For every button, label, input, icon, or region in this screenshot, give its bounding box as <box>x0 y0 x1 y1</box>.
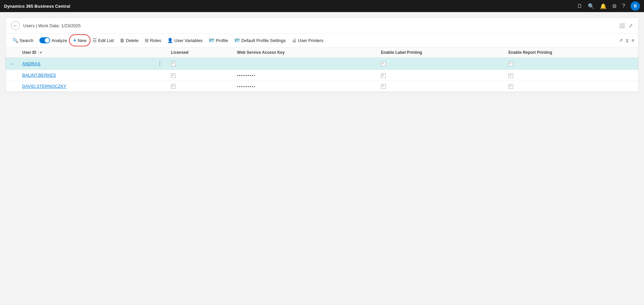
col-menu <box>153 47 167 58</box>
default-profile-icon: 🪪 <box>234 38 240 43</box>
user-printers-button[interactable]: 🖨 User Printers <box>289 36 326 45</box>
filter-icon[interactable]: ⧖ <box>625 38 629 43</box>
topbar: Dynamics 365 Business Central 🗋 🔍 🔔 ⚙ ? … <box>0 0 644 12</box>
row-context-menu[interactable] <box>153 70 167 81</box>
table-row[interactable]: →ANDRAS⋮ <box>6 58 638 70</box>
default-profile-settings-button[interactable]: 🪪 Default Profile Settings <box>231 36 288 45</box>
search-label: Search <box>20 38 33 43</box>
new-button-wrapper: + New <box>70 36 89 45</box>
table-row[interactable]: BALINT.BERKES•••••••••• <box>6 70 638 81</box>
user-id-link[interactable]: ANDRAS <box>22 61 40 66</box>
default-profile-settings-label: Default Profile Settings <box>241 38 286 43</box>
page-container: ← Users | Work Date: 1/23/2025 ⬜ ⤢ 🔍 Sea… <box>0 12 644 305</box>
cell-enable-report-printing <box>504 81 638 92</box>
row-context-menu[interactable] <box>153 81 167 92</box>
card-header: ← Users | Work Date: 1/23/2025 ⬜ ⤢ <box>6 18 638 34</box>
col-licensed: Licensed <box>167 47 233 58</box>
main-card: ← Users | Work Date: 1/23/2025 ⬜ ⤢ 🔍 Sea… <box>5 17 639 92</box>
search-icon[interactable]: 🔍 <box>588 3 595 9</box>
licensed-checkbox[interactable] <box>171 84 176 89</box>
card-header-left: ← Users | Work Date: 1/23/2025 <box>11 21 81 30</box>
cell-user-id[interactable]: DAVID.STERNOCZKY <box>18 81 153 92</box>
analyze-label: Analyze <box>51 38 67 43</box>
back-icon: ← <box>13 23 18 28</box>
profile-icon: 🪪 <box>209 38 214 43</box>
cell-licensed <box>167 81 233 92</box>
user-id-link[interactable]: DAVID.STERNOCZKY <box>22 84 66 89</box>
topbar-left: Dynamics 365 Business Central <box>4 4 70 9</box>
row-arrow-cell <box>6 70 18 81</box>
avatar[interactable]: B <box>631 1 640 11</box>
delete-icon: 🗑 <box>120 38 124 43</box>
col-enable-report-printing: Enable Report Printing <box>504 47 638 58</box>
user-printers-icon: 🖨 <box>292 38 296 43</box>
delete-button[interactable]: 🗑 Delete <box>117 36 141 45</box>
table-header-row: User ID ↑▼ Licensed Web Service Access K… <box>6 47 638 58</box>
licensed-checkbox[interactable] <box>171 73 176 78</box>
cell-user-id[interactable]: ANDRAS <box>18 58 153 70</box>
settings-icon[interactable]: ⚙ <box>612 3 617 9</box>
cell-enable-label-printing <box>377 81 504 92</box>
col-enable-label-printing: Enable Label Printing <box>377 47 504 58</box>
search-button[interactable]: 🔍 Search <box>10 36 36 45</box>
label-printing-checkbox[interactable] <box>381 73 386 78</box>
delete-label: Delete <box>126 38 139 43</box>
back-button[interactable]: ← <box>11 21 20 30</box>
web-service-key-value: •••••••••• <box>237 85 256 88</box>
search-btn-icon: 🔍 <box>12 38 18 43</box>
minimize-icon[interactable]: ⤢ <box>629 23 633 28</box>
licensed-checkbox[interactable] <box>171 62 176 66</box>
card-header-right: ⬜ ⤢ <box>619 23 633 28</box>
edit-list-icon: ☰ <box>93 38 97 43</box>
open-in-new-icon[interactable]: ⬜ <box>619 23 625 28</box>
toolbar: 🔍 Search Analyze + New ☰ Edit List <box>6 34 638 47</box>
row-context-menu[interactable]: ⋮ <box>153 58 167 70</box>
roles-button[interactable]: ⊞ Roles <box>142 36 164 45</box>
user-variables-icon: 👤 <box>167 38 173 43</box>
web-service-key-value: •••••••••• <box>237 74 256 77</box>
user-variables-button[interactable]: 👤 User Variables <box>165 36 205 45</box>
user-id-link[interactable]: BALINT.BERKES <box>22 73 56 78</box>
edit-list-button[interactable]: ☰ Edit List <box>90 36 116 45</box>
help-icon[interactable]: ? <box>622 3 625 9</box>
col-web-service-key: Web Service Access Key <box>233 47 377 58</box>
toolbar-right-actions: ↗ ⧖ ≡ <box>619 38 634 43</box>
analyze-button[interactable]: Analyze <box>37 36 70 45</box>
cell-enable-report-printing <box>504 58 638 70</box>
analyze-toggle[interactable] <box>39 37 50 43</box>
cell-enable-report-printing <box>504 70 638 81</box>
document-icon[interactable]: 🗋 <box>577 3 582 9</box>
new-label: New <box>78 38 86 43</box>
col-user-id-label: User ID <box>22 50 36 55</box>
new-button[interactable]: + New <box>70 36 89 45</box>
users-table: User ID ↑▼ Licensed Web Service Access K… <box>6 47 638 92</box>
cell-licensed <box>167 58 233 70</box>
cell-web-service-key <box>233 58 377 70</box>
cell-web-service-key: •••••••••• <box>233 70 377 81</box>
cell-user-id[interactable]: BALINT.BERKES <box>18 70 153 81</box>
report-printing-checkbox[interactable] <box>508 84 513 89</box>
row-arrow-cell: → <box>6 58 18 70</box>
report-printing-checkbox[interactable] <box>508 62 513 66</box>
sort-icon: ↑▼ <box>37 51 42 54</box>
label-printing-checkbox[interactable] <box>381 84 386 89</box>
roles-label: Roles <box>150 38 161 43</box>
cell-enable-label-printing <box>377 58 504 70</box>
topbar-right: 🗋 🔍 🔔 ⚙ ? B <box>577 1 640 11</box>
row-arrow-cell <box>6 81 18 92</box>
label-printing-checkbox[interactable] <box>381 62 386 66</box>
plus-icon: + <box>73 37 76 43</box>
profile-button[interactable]: 🪪 Profile <box>206 36 231 45</box>
col-user-id[interactable]: User ID ↑▼ <box>18 47 153 58</box>
edit-list-label: Edit List <box>98 38 114 43</box>
user-printers-label: User Printers <box>298 38 323 43</box>
bell-icon[interactable]: 🔔 <box>600 3 607 9</box>
profile-label: Profile <box>216 38 228 43</box>
user-variables-label: User Variables <box>174 38 203 43</box>
cell-web-service-key: •••••••••• <box>233 81 377 92</box>
breadcrumb: Users | Work Date: 1/23/2025 <box>23 23 81 28</box>
report-printing-checkbox[interactable] <box>508 73 513 78</box>
share-icon[interactable]: ↗ <box>619 38 623 43</box>
table-row[interactable]: DAVID.STERNOCZKY•••••••••• <box>6 81 638 92</box>
view-menu-icon[interactable]: ≡ <box>632 38 634 43</box>
